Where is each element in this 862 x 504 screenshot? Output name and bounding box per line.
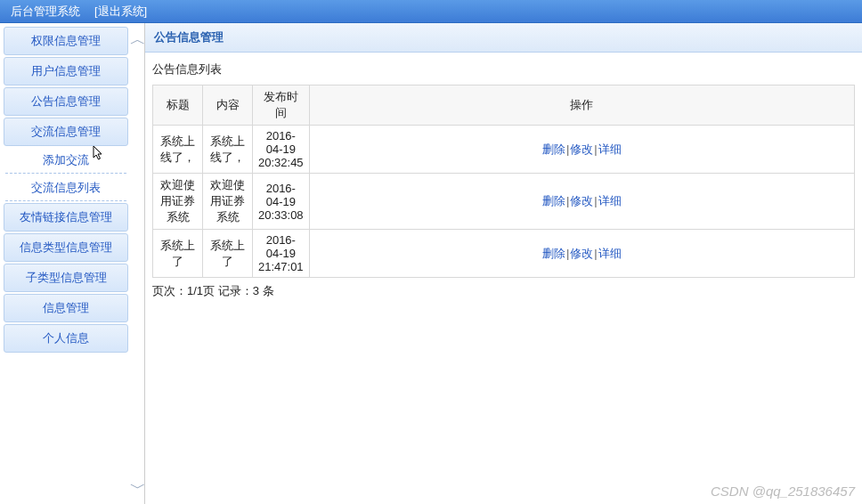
sidebar-item-infotype[interactable]: 信息类型信息管理 [4, 233, 128, 262]
cell-title: 欢迎使用证券系统 [153, 174, 203, 230]
list-title: 公告信息列表 [152, 61, 855, 77]
col-content: 内容 [203, 85, 253, 126]
cell-title: 系统上了 [153, 230, 203, 278]
main-panel: 公告信息管理 公告信息列表 标题 内容 发布时间 操作 系统上线了， 系统上线了… [144, 23, 862, 504]
panel-title: 公告信息管理 [145, 23, 862, 53]
cell-actions: 删除|修改|详细 [309, 230, 854, 278]
cell-actions: 删除|修改|详细 [309, 174, 854, 230]
cell-content: 系统上了 [203, 230, 253, 278]
logout-link[interactable]: [退出系统] [94, 4, 147, 20]
edit-link[interactable]: 修改 [570, 194, 593, 207]
watermark: CSDN @qq_251836457 [711, 484, 855, 499]
cell-content: 系统上线了， [203, 126, 253, 174]
delete-link[interactable]: 删除 [542, 142, 565, 156]
sidebar-item-users[interactable]: 用户信息管理 [4, 57, 128, 85]
col-action: 操作 [309, 85, 854, 126]
sidebar-item-permissions[interactable]: 权限信息管理 [4, 27, 128, 55]
detail-link[interactable]: 详细 [598, 142, 622, 156]
cell-actions: 删除|修改|详细 [309, 126, 854, 174]
table-row: 系统上线了， 系统上线了， 2016-04-19 20:32:45 删除|修改|… [153, 126, 855, 174]
pager-text: 页次：1/1页 记录：3 条 [152, 283, 855, 299]
col-title: 标题 [153, 85, 203, 126]
sidebar-item-announcements[interactable]: 公告信息管理 [4, 87, 128, 116]
data-table: 标题 内容 发布时间 操作 系统上线了， 系统上线了， 2016-04-19 2… [152, 85, 855, 278]
header-bar: 后台管理系统 [退出系统] [0, 0, 862, 23]
sidebar-sub-comm-list[interactable]: 交流信息列表 [5, 175, 126, 201]
sidebar: 权限信息管理 用户信息管理 公告信息管理 交流信息管理 添加交流 交流信息列表 … [0, 23, 132, 504]
sidebar-item-info[interactable]: 信息管理 [4, 294, 128, 322]
table-header-row: 标题 内容 发布时间 操作 [153, 85, 855, 126]
cell-title: 系统上线了， [153, 126, 203, 174]
sidebar-item-communication[interactable]: 交流信息管理 [4, 118, 128, 146]
table-row: 系统上了 系统上了 2016-04-19 21:47:01 删除|修改|详细 [153, 230, 855, 278]
edit-link[interactable]: 修改 [570, 247, 593, 260]
sidebar-item-subtype[interactable]: 子类型信息管理 [4, 264, 128, 292]
detail-link[interactable]: 详细 [598, 247, 622, 260]
table-row: 欢迎使用证券系统 欢迎使用证券系统 2016-04-19 20:33:08 删除… [153, 174, 855, 230]
delete-link[interactable]: 删除 [542, 194, 565, 207]
col-time: 发布时间 [253, 85, 310, 126]
app-title: 后台管理系统 [11, 4, 80, 20]
layout: 权限信息管理 用户信息管理 公告信息管理 交流信息管理 添加交流 交流信息列表 … [0, 23, 862, 504]
sidebar-divider: ︿ ﹀ [132, 23, 144, 504]
edit-link[interactable]: 修改 [570, 142, 593, 156]
detail-link[interactable]: 详细 [598, 194, 622, 207]
cell-time: 2016-04-19 20:33:08 [253, 174, 310, 230]
sidebar-item-links[interactable]: 友情链接信息管理 [4, 203, 128, 232]
delete-link[interactable]: 删除 [542, 247, 565, 260]
panel-content: 公告信息列表 标题 内容 发布时间 操作 系统上线了， 系统上线了， 2016-… [145, 53, 862, 306]
cell-time: 2016-04-19 21:47:01 [253, 230, 310, 278]
cell-time: 2016-04-19 20:32:45 [253, 126, 310, 174]
sidebar-item-personal[interactable]: 个人信息 [4, 324, 128, 353]
sidebar-sub-add-comm[interactable]: 添加交流 [5, 148, 126, 174]
cell-content: 欢迎使用证券系统 [203, 174, 253, 230]
